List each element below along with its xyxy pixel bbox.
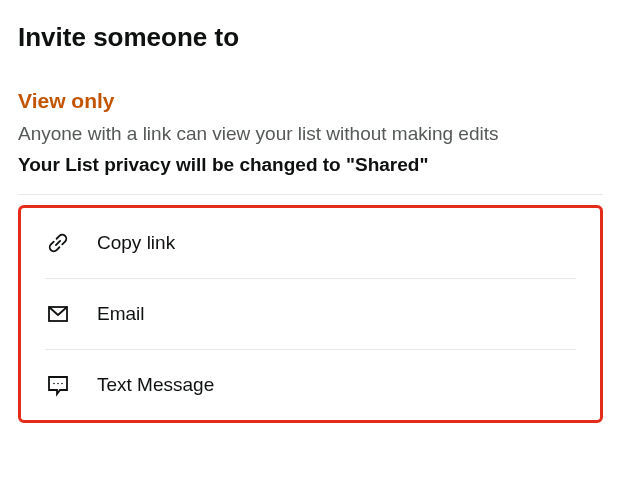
share-option-email[interactable]: Email bbox=[45, 279, 576, 350]
share-options-container: Copy link Email Text Message bbox=[18, 205, 603, 423]
share-option-text-message[interactable]: Text Message bbox=[45, 350, 576, 420]
share-option-label: Email bbox=[97, 303, 145, 325]
email-icon bbox=[45, 301, 71, 327]
privacy-note: Your List privacy will be changed to "Sh… bbox=[18, 154, 603, 176]
share-option-copy-link[interactable]: Copy link bbox=[45, 208, 576, 279]
svg-point-1 bbox=[53, 382, 55, 384]
permission-description: Anyone with a link can view your list wi… bbox=[18, 121, 603, 148]
link-icon bbox=[45, 230, 71, 256]
divider bbox=[18, 194, 603, 195]
page-title: Invite someone to bbox=[18, 22, 603, 53]
text-message-icon bbox=[45, 372, 71, 398]
share-option-label: Copy link bbox=[97, 232, 175, 254]
share-option-label: Text Message bbox=[97, 374, 214, 396]
svg-point-2 bbox=[57, 382, 59, 384]
svg-point-3 bbox=[61, 382, 63, 384]
permission-label: View only bbox=[18, 89, 603, 113]
